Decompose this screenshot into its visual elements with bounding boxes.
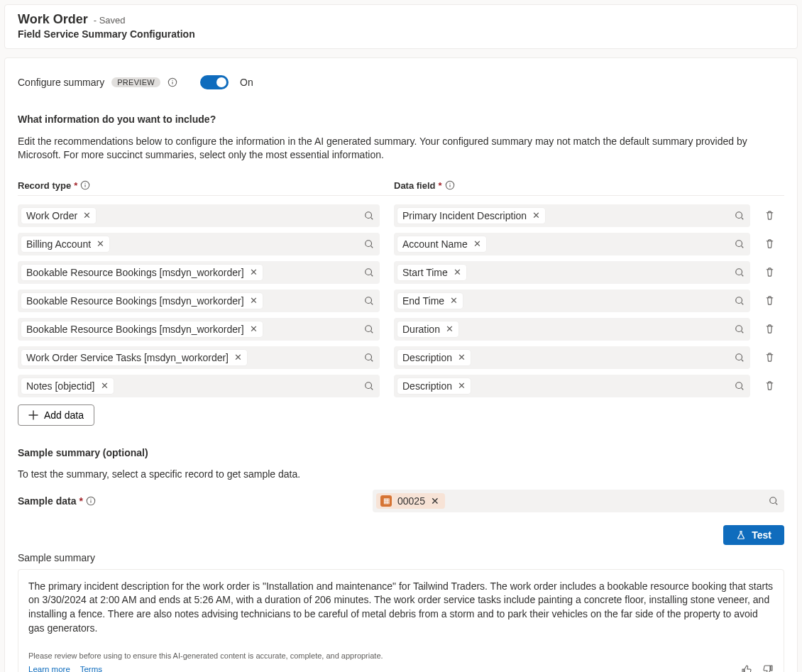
remove-chip-icon[interactable]: ✕ <box>97 238 104 249</box>
data-field-chip[interactable]: Account Name✕ <box>397 236 486 252</box>
svg-point-19 <box>736 269 742 275</box>
summary-box: The primary incident description for the… <box>18 569 784 672</box>
svg-line-34 <box>371 387 373 390</box>
record-type-chip[interactable]: Bookable Resource Bookings [msdyn_workor… <box>21 265 263 280</box>
svg-line-28 <box>742 331 744 333</box>
data-field-lookup[interactable]: Description✕ <box>394 346 750 369</box>
sample-data-input[interactable]: ▦ 00025 ✕ <box>373 490 784 512</box>
data-field-lookup[interactable]: Primary Incident Description✕ <box>394 204 750 227</box>
search-icon[interactable] <box>735 239 745 249</box>
data-field-lookup[interactable]: Start Time✕ <box>394 261 750 284</box>
svg-line-12 <box>742 217 744 219</box>
data-field-value: Start Time <box>402 267 448 278</box>
delete-row-button[interactable] <box>764 380 784 391</box>
delete-row-button[interactable] <box>764 267 784 277</box>
search-icon[interactable] <box>364 324 374 334</box>
delete-row-button[interactable] <box>764 210 784 221</box>
svg-line-32 <box>742 359 744 361</box>
search-icon[interactable] <box>769 496 779 506</box>
delete-row-button[interactable] <box>764 238 784 249</box>
delete-row-button[interactable] <box>764 324 784 334</box>
data-field-lookup[interactable]: Duration✕ <box>394 318 750 341</box>
search-icon[interactable] <box>735 353 745 363</box>
search-icon[interactable] <box>735 296 745 306</box>
info-icon[interactable] <box>80 180 90 190</box>
svg-point-15 <box>736 241 742 247</box>
record-type-lookup[interactable]: Bookable Resource Bookings [msdyn_workor… <box>18 318 380 341</box>
remove-chip-icon[interactable]: ✕ <box>101 380 109 391</box>
record-type-lookup[interactable]: Work Order✕ <box>18 204 380 227</box>
add-data-button[interactable]: Add data <box>18 404 94 426</box>
record-type-chip[interactable]: Bookable Resource Bookings [msdyn_workor… <box>21 321 263 337</box>
record-type-value: Bookable Resource Bookings [msdyn_workor… <box>26 295 244 307</box>
data-field-lookup[interactable]: Description✕ <box>394 375 750 397</box>
record-type-chip[interactable]: Bookable Resource Bookings [msdyn_workor… <box>21 293 263 309</box>
remove-chip-icon[interactable]: ✕ <box>250 324 258 334</box>
record-type-chip[interactable]: Work Order Service Tasks [msdyn_workorde… <box>21 350 247 365</box>
thumbs-up-icon[interactable] <box>741 664 752 672</box>
record-type-lookup[interactable]: Bookable Resource Bookings [msdyn_workor… <box>18 261 380 284</box>
learn-more-link[interactable]: Learn more <box>28 665 70 672</box>
remove-chip-icon[interactable]: ✕ <box>454 267 461 277</box>
data-field-lookup[interactable]: Account Name✕ <box>394 233 750 255</box>
sample-summary-label: Sample summary <box>18 552 784 563</box>
record-type-lookup[interactable]: Notes [objectid]✕ <box>18 375 380 397</box>
remove-chip-icon[interactable]: ✕ <box>83 210 91 221</box>
data-field-chip[interactable]: Duration✕ <box>397 321 458 337</box>
search-icon[interactable] <box>364 381 374 391</box>
remove-chip-icon[interactable]: ✕ <box>458 352 466 363</box>
delete-row-button[interactable] <box>764 352 784 363</box>
info-icon[interactable] <box>86 496 96 506</box>
sample-data-chip[interactable]: ▦ 00025 ✕ <box>376 493 445 509</box>
flask-icon <box>736 530 746 540</box>
remove-chip-icon[interactable]: ✕ <box>250 295 258 306</box>
data-field-chip[interactable]: End Time✕ <box>397 293 463 309</box>
test-button[interactable]: Test <box>723 525 784 545</box>
configure-summary-toggle[interactable] <box>200 75 229 89</box>
required-indicator: * <box>79 495 82 507</box>
search-icon[interactable] <box>735 324 745 334</box>
remove-chip-icon[interactable]: ✕ <box>473 238 481 249</box>
data-field-chip[interactable]: Primary Incident Description✕ <box>397 208 545 224</box>
data-field-chip[interactable]: Description✕ <box>397 350 471 365</box>
delete-row-button[interactable] <box>764 295 784 306</box>
search-icon[interactable] <box>364 211 374 221</box>
ai-disclaimer: Please review before using to ensure thi… <box>28 651 383 661</box>
svg-point-25 <box>366 326 372 332</box>
record-type-lookup[interactable]: Bookable Resource Bookings [msdyn_workor… <box>18 290 380 312</box>
record-type-lookup[interactable]: Billing Account✕ <box>18 233 380 255</box>
add-data-label: Add data <box>44 409 84 421</box>
page-subtitle: Field Service Summary Configuration <box>18 28 784 40</box>
record-type-chip[interactable]: Billing Account✕ <box>21 236 109 252</box>
search-icon[interactable] <box>735 268 745 277</box>
terms-link[interactable]: Terms <box>80 665 102 672</box>
record-type-chip[interactable]: Notes [objectid]✕ <box>21 378 114 394</box>
thumbs-down-icon[interactable] <box>762 664 774 672</box>
search-icon[interactable] <box>735 211 745 221</box>
info-icon[interactable] <box>445 180 455 190</box>
search-icon[interactable] <box>364 353 374 363</box>
search-icon[interactable] <box>364 296 374 306</box>
data-field-chip[interactable]: Description✕ <box>397 378 471 394</box>
svg-rect-1 <box>172 82 172 84</box>
remove-chip-icon[interactable]: ✕ <box>250 267 258 277</box>
remove-chip-icon[interactable]: ✕ <box>532 210 540 221</box>
info-icon[interactable] <box>167 77 177 87</box>
record-type-value: Bookable Resource Bookings [msdyn_workor… <box>26 324 244 335</box>
search-icon[interactable] <box>364 239 374 249</box>
svg-line-14 <box>371 246 373 248</box>
data-field-lookup[interactable]: End Time✕ <box>394 290 750 312</box>
svg-point-21 <box>366 297 372 304</box>
search-icon[interactable] <box>364 268 374 277</box>
record-type-chip[interactable]: Work Order✕ <box>21 208 96 224</box>
remove-chip-icon[interactable]: ✕ <box>458 380 466 391</box>
remove-chip-icon[interactable]: ✕ <box>450 295 458 306</box>
record-type-lookup[interactable]: Work Order Service Tasks [msdyn_workorde… <box>18 346 380 369</box>
data-field-value: Description <box>402 380 452 392</box>
record-type-value: Work Order Service Tasks [msdyn_workorde… <box>26 352 229 363</box>
search-icon[interactable] <box>735 381 745 391</box>
remove-chip-icon[interactable]: ✕ <box>234 352 242 363</box>
remove-chip-icon[interactable]: ✕ <box>446 324 454 334</box>
data-field-chip[interactable]: Start Time✕ <box>397 265 466 280</box>
remove-chip-icon[interactable]: ✕ <box>431 495 439 507</box>
